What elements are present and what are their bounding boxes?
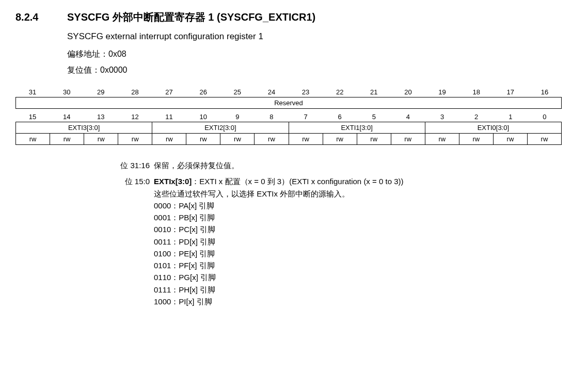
bit-number: 6 — [323, 112, 357, 122]
bit-number: 2 — [459, 112, 494, 122]
bit-number: 31 — [15, 87, 50, 97]
bit-number: 27 — [152, 87, 186, 97]
encoding-line: 0110：PG[x] 引脚 — [154, 271, 562, 283]
access-cell: rw — [323, 134, 357, 144]
access-cell: rw — [255, 134, 289, 144]
bit-number: 26 — [186, 87, 220, 97]
encoding-line: 1000：PI[x] 引脚 — [154, 296, 562, 307]
section-title: SYSCFG 外部中断配置寄存器 1 (SYSCFG_EXTICR1) — [67, 10, 315, 24]
access-cell: rw — [118, 134, 152, 144]
bit-number: 21 — [357, 87, 391, 97]
access-cell: rw — [16, 134, 50, 144]
reserved-cell: Reserved — [16, 97, 561, 108]
bit-number: 7 — [289, 112, 323, 122]
access-cell: rw — [357, 134, 391, 144]
access-cell: rw — [425, 134, 459, 144]
register-bit-table: 31 30 29 28 27 26 25 24 23 22 21 20 19 1… — [15, 87, 562, 145]
encoding-line: 0010：PC[x] 引脚 — [154, 223, 562, 235]
encoding-line: 0011：PD[x] 引脚 — [154, 236, 562, 248]
bit-number: 28 — [118, 87, 152, 97]
access-cell: rw — [84, 134, 118, 144]
encoding-line: 0100：PE[x] 引脚 — [154, 248, 562, 259]
access-cell: rw — [50, 134, 84, 144]
field-subdesc: 这些位通过软件写入，以选择 EXTIx 外部中断的源输入。 — [154, 188, 562, 200]
bit-number: 25 — [220, 87, 255, 97]
bit-range-label: 位 15:0 — [114, 175, 154, 307]
access-cell: rw — [220, 134, 255, 144]
bit-number: 20 — [391, 87, 425, 97]
bit-number: 23 — [289, 87, 323, 97]
reset-value: 0x0000 — [100, 66, 128, 74]
bit-number: 29 — [84, 87, 118, 97]
encoding-line: 0001：PB[x] 引脚 — [154, 211, 562, 223]
encoding-line: 0101：PF[x] 引脚 — [154, 259, 562, 271]
field-cell: EXTI0[3:0] — [425, 122, 561, 133]
bit-number: 22 — [323, 87, 357, 97]
bit-number: 19 — [425, 87, 459, 97]
offset-value: 0x08 — [108, 50, 126, 58]
bit-number: 13 — [84, 112, 118, 122]
access-cell: rw — [528, 134, 561, 144]
offset-label: 偏移地址： — [67, 50, 108, 58]
bit-number: 3 — [425, 112, 459, 122]
bit-number: 15 — [15, 112, 50, 122]
access-cell: rw — [152, 134, 186, 144]
field-cell: EXTI1[3:0] — [289, 122, 425, 133]
bit-range-label: 位 31:16 — [114, 159, 154, 171]
bit-number: 10 — [186, 112, 220, 122]
bit-number: 5 — [357, 112, 391, 122]
access-cell: rw — [494, 134, 528, 144]
bit-number: 17 — [494, 87, 528, 97]
field-name: EXTIx[3:0] — [154, 177, 192, 186]
field-desc: EXTI x 配置（x = 0 到 3）(EXTI x configuratio… — [199, 177, 403, 186]
bit-number: 0 — [528, 112, 562, 122]
encoding-line: 0111：PH[x] 引脚 — [154, 284, 562, 296]
bit-number: 24 — [255, 87, 289, 97]
field-cell: EXTI3[3:0] — [16, 122, 152, 133]
bit-range-text: 保留，必须保持复位值。 — [154, 159, 562, 171]
section-number: 8.2.4 — [15, 11, 67, 23]
access-cell: rw — [289, 134, 323, 144]
colon: ： — [192, 177, 199, 186]
bit-number: 11 — [152, 112, 186, 122]
field-cell: EXTI2[3:0] — [152, 122, 289, 133]
bit-number: 30 — [50, 87, 84, 97]
bit-number: 4 — [391, 112, 425, 122]
bit-number: 8 — [255, 112, 289, 122]
section-subtitle: SYSCFG external interrupt configuration … — [67, 31, 562, 42]
bit-number: 12 — [118, 112, 152, 122]
bit-number: 1 — [494, 112, 528, 122]
access-cell: rw — [391, 134, 425, 144]
bit-number: 14 — [50, 112, 84, 122]
access-cell: rw — [459, 134, 494, 144]
reset-label: 复位值： — [67, 66, 100, 74]
bit-number: 16 — [528, 87, 562, 97]
bit-number: 18 — [459, 87, 494, 97]
bit-number: 9 — [220, 112, 255, 122]
encoding-line: 0000：PA[x] 引脚 — [154, 200, 562, 211]
access-cell: rw — [186, 134, 220, 144]
